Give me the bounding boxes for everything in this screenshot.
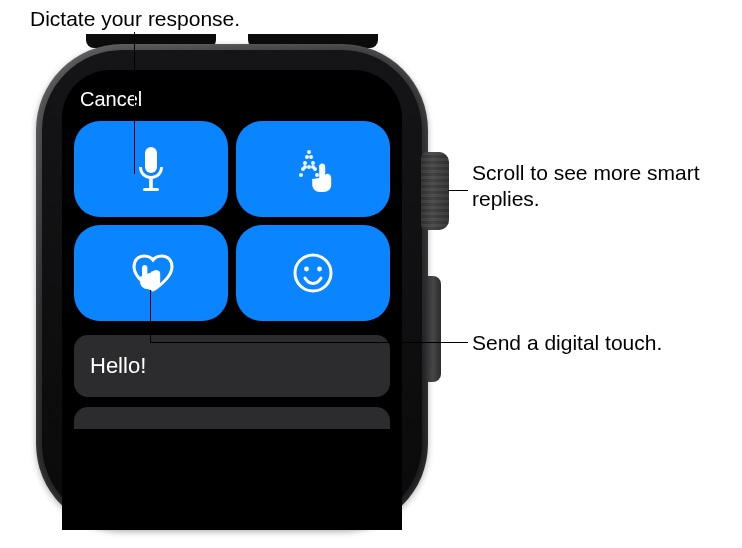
- side-button[interactable]: [425, 276, 441, 382]
- cancel-button[interactable]: Cancel: [74, 84, 390, 121]
- callout-leader-line: [150, 342, 468, 343]
- svg-point-8: [309, 155, 313, 159]
- reply-options-grid: [74, 121, 390, 321]
- svg-point-7: [307, 150, 311, 154]
- dictate-button[interactable]: [74, 121, 228, 217]
- svg-point-14: [311, 165, 315, 169]
- microphone-icon: [134, 145, 168, 193]
- svg-point-11: [315, 173, 319, 177]
- scribble-icon: [285, 145, 341, 193]
- callout-leader-line: [448, 190, 468, 191]
- scribble-button[interactable]: [236, 121, 390, 217]
- callout-leader-line: [134, 32, 135, 174]
- watch-case: Cancel: [36, 44, 428, 530]
- digital-touch-button[interactable]: [74, 225, 228, 321]
- svg-point-15: [295, 255, 331, 291]
- svg-rect-2: [143, 188, 159, 191]
- svg-point-3: [299, 173, 303, 177]
- digital-crown[interactable]: [421, 152, 449, 230]
- callout-scroll: Scroll to see more smart replies.: [472, 160, 722, 213]
- callout-dictate: Dictate your response.: [30, 6, 240, 32]
- svg-point-12: [303, 165, 307, 169]
- callout-leader-line: [150, 290, 151, 342]
- svg-point-17: [317, 267, 322, 272]
- smart-reply-item[interactable]: Hello!: [74, 335, 390, 397]
- smart-reply-item[interactable]: [74, 407, 390, 429]
- emoji-button[interactable]: [236, 225, 390, 321]
- svg-point-5: [303, 161, 307, 165]
- watch-screen: Cancel: [62, 70, 402, 530]
- svg-rect-1: [149, 179, 153, 189]
- callout-digital-touch: Send a digital touch.: [472, 330, 662, 356]
- digital-touch-icon: [124, 250, 178, 296]
- svg-point-16: [304, 267, 309, 272]
- emoji-icon: [291, 251, 335, 295]
- svg-point-9: [311, 161, 315, 165]
- svg-point-13: [307, 165, 311, 169]
- svg-point-6: [305, 155, 309, 159]
- svg-rect-0: [145, 147, 157, 173]
